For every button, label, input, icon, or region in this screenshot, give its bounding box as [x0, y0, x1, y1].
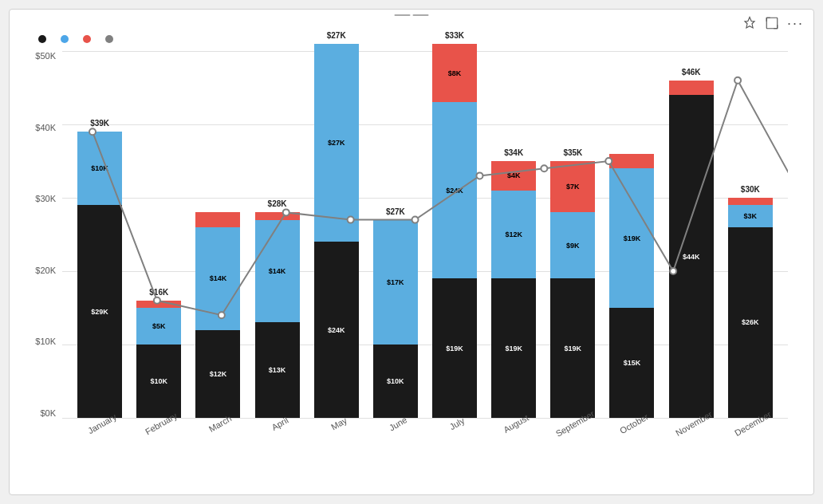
bar-segment-label: $29K: [77, 308, 122, 316]
bar-segment-black: $15K: [609, 308, 654, 418]
bar-segment-black: $10K: [136, 345, 181, 418]
bar-stack: $39K$29K$10K: [77, 132, 122, 418]
bar-segment-black: $29K: [77, 205, 122, 418]
bar-top-label: $27K: [314, 31, 359, 40]
bar-segment-black: $19K: [432, 278, 477, 418]
bars-container: $39K$29K$10K$16K$10K$5K$12K$14K$28K$13K$…: [62, 51, 788, 418]
bar-top-label: $39K: [77, 119, 122, 128]
bar-segment-red: $7K: [550, 161, 595, 212]
bar-segment-label: $27K: [314, 139, 359, 147]
bar-segment-label: $19K: [432, 345, 477, 352]
bar-segment-black: $19K: [550, 278, 595, 418]
bar-segment-label: $4K: [491, 171, 536, 179]
bar-stack: $28K$13K$14K: [255, 212, 300, 418]
chart-legend: [27, 35, 802, 43]
bar-stack: $33K$19K$24K$8K: [432, 44, 477, 418]
bar-stack: $30K$26K$3K: [728, 198, 773, 418]
bar-stack: $15K$19K: [609, 154, 654, 418]
y-label: $30K: [29, 194, 59, 203]
bar-segment-label: $10K: [373, 377, 418, 385]
bar-stack: $12K$14K: [195, 212, 240, 418]
bar-top-label: $16K: [136, 288, 181, 297]
bar-segment-red: $8K: [432, 44, 477, 103]
pin-icon[interactable]: [742, 16, 757, 30]
bar-segment-black: $12K: [195, 330, 240, 418]
legend-dot-black: [38, 35, 46, 43]
bar-segment-red: [195, 212, 240, 226]
bar-segment-blue: $14K: [195, 227, 240, 330]
bar-segment-blue: $17K: [373, 220, 418, 345]
bar-stack: $27K$10K$17K: [373, 220, 418, 418]
bar-stack: $16K$10K$5K: [136, 301, 181, 418]
bar-top-label: $35K: [550, 148, 595, 157]
bar-segment-red: $4K: [491, 161, 536, 191]
chart-card: ··· $0K$10K$20K$30K$40K$50K $39K$29K$10K…: [9, 9, 814, 495]
bar-group[interactable]: $34K$19K$12K$4K: [491, 161, 536, 418]
bar-segment-label: $12K: [491, 230, 536, 238]
bar-segment-label: $5K: [136, 322, 181, 330]
expand-icon[interactable]: [765, 16, 779, 30]
bar-segment-label: $10K: [136, 377, 181, 385]
bar-group[interactable]: $16K$10K$5K: [136, 301, 181, 418]
bar-segment-label: $3K: [728, 212, 773, 220]
legend-item-sales: [105, 35, 116, 43]
bar-group[interactable]: $46K$44K: [669, 81, 714, 418]
bar-segment-label: $44K: [669, 253, 714, 261]
drag-handle[interactable]: [395, 14, 429, 16]
bar-group[interactable]: $33K$19K$24K$8K: [432, 44, 477, 418]
bar-segment-label: $9K: [550, 242, 595, 250]
bar-segment-blue: $14K: [255, 220, 300, 323]
bar-segment-blue: $24K: [432, 102, 477, 278]
bar-top-label: $27K: [373, 207, 418, 216]
bar-segment-label: $19K: [491, 345, 536, 352]
bar-segment-black: $19K: [491, 278, 536, 418]
y-label: $20K: [29, 266, 59, 275]
bar-segment-label: $13K: [255, 366, 300, 374]
bar-segment-blue: $19K: [609, 168, 654, 308]
bar-group[interactable]: $30K$26K$3K: [728, 198, 773, 418]
bar-group[interactable]: $12K$14K: [195, 212, 240, 418]
bar-segment-red: [669, 81, 714, 95]
bar-segment-label: $15K: [609, 359, 654, 367]
more-options-button[interactable]: ···: [787, 16, 804, 30]
bar-top-label: $28K: [255, 199, 300, 208]
bar-segment-label: $14K: [195, 274, 240, 282]
bar-top-label: $34K: [491, 148, 536, 157]
bar-stack: $46K$44K: [669, 81, 714, 418]
bar-group[interactable]: $28K$13K$14K: [255, 212, 300, 418]
bar-segment-blue: $10K: [77, 132, 122, 205]
bar-stack: $35K$19K$9K$7K: [550, 161, 595, 418]
legend-item-red: [83, 35, 94, 43]
bar-group[interactable]: $35K$19K$9K$7K: [550, 161, 595, 418]
y-label: $0K: [29, 408, 59, 418]
legend-dot-red: [83, 35, 91, 43]
bar-segment-label: $7K: [550, 183, 595, 191]
bar-stack: $27K$24K$27K: [314, 44, 359, 418]
bar-group[interactable]: $39K$29K$10K: [77, 132, 122, 418]
bar-segment-red: [728, 198, 773, 205]
bar-group[interactable]: $27K$24K$27K: [314, 44, 359, 418]
legend-dot-sales: [105, 35, 113, 43]
bar-segment-black: $44K: [669, 95, 714, 418]
bar-segment-black: $24K: [314, 242, 359, 418]
y-label: $50K: [29, 51, 59, 61]
bar-group[interactable]: $27K$10K$17K: [373, 220, 418, 418]
bar-top-label: $30K: [728, 185, 773, 194]
bar-segment-label: $24K: [432, 187, 477, 195]
x-axis: JanuaryFebruaryMarchAprilMayJuneJulyAugu…: [62, 419, 788, 429]
bar-segment-red: [136, 301, 181, 308]
bar-segment-black: $26K: [728, 227, 773, 418]
bar-segment-label: $19K: [609, 234, 654, 242]
bar-segment-blue: $9K: [550, 212, 595, 278]
bar-segment-black: $13K: [255, 322, 300, 418]
bar-segment-label: $26K: [728, 318, 773, 326]
chart-area: $0K$10K$20K$30K$40K$50K $39K$29K$10K$16K…: [29, 51, 794, 466]
bar-segment-blue: $5K: [136, 308, 181, 345]
bar-segment-red: [609, 154, 654, 168]
legend-item-black: [38, 35, 49, 43]
bar-segment-red: [255, 212, 300, 219]
top-icons-group: ···: [742, 16, 804, 30]
bar-group[interactable]: $15K$19K: [609, 154, 654, 418]
bar-segment-label: $12K: [195, 370, 240, 378]
bar-segment-blue: $27K: [314, 44, 359, 242]
